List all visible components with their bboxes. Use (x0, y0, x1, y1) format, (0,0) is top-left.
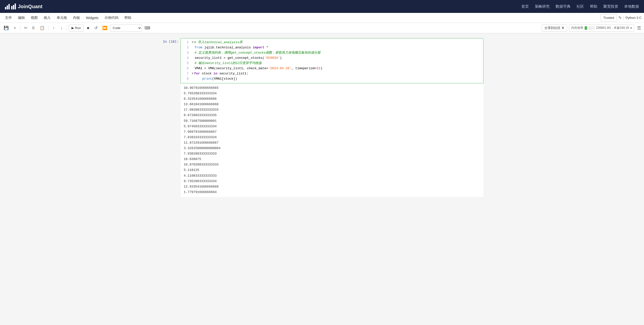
run-label: Run (75, 26, 81, 30)
nav-community[interactable]: 社区 (576, 4, 584, 9)
nav-local-data[interactable]: 本地数据 (624, 4, 639, 9)
toolbar: 💾 + ✂ ⎘ 📋 ↑ ↓ ▶ Run ■ ↺ ⏩ Code Markdown … (0, 23, 644, 33)
share-icon: ⬆ (562, 26, 564, 30)
paste-button[interactable]: 📋 (38, 24, 46, 31)
output-text: 10.907916666666665 5.765208333333334 6.3… (181, 83, 483, 197)
output-line-14: 18.036875 (184, 157, 480, 162)
nav-links: 首页 策略研究 数据字典 社区 帮助 聚宽投资 本地数据 (521, 4, 639, 9)
output-line-19: 12.933541666666668 (184, 184, 480, 190)
kernel-info: Python 3 C (626, 16, 642, 19)
top-navigation: JoinQuant 首页 策略研究 数据字典 社区 帮助 聚宽投资 本地数据 (0, 0, 644, 13)
menu-cell[interactable]: 单元格 (54, 15, 70, 21)
cut-button[interactable]: ✂ (22, 24, 29, 31)
save-button[interactable]: 💾 (2, 24, 10, 31)
logo[interactable]: JoinQuant (5, 3, 42, 9)
menu-edit[interactable]: 编辑 (16, 15, 27, 21)
code-line-3: ▼ # 定义股票池列表，调用get_concept_stocks函数，获取风力发… (192, 50, 480, 55)
output-line-4: 13.661041666666668 (184, 102, 480, 107)
restart-run-button[interactable]: ⏩ (100, 24, 109, 31)
logo-icon (5, 3, 16, 9)
menu-bar: 文件 编辑 视图 插入 单元格 内核 Widgets 示例代码 帮助 Trust… (0, 13, 644, 23)
cell-container: In [18]: 1 2 3 4 5 6 7 8 (161, 38, 483, 197)
output-line-12: 3.32625000000000004 (184, 146, 480, 151)
add-cell-button[interactable]: + (12, 24, 18, 31)
output-line-6: 8.672083333333335 (184, 113, 480, 118)
output-line-15: 16.070208333333333 (184, 162, 480, 167)
memory-dropdown-icon: ▾ (630, 26, 632, 30)
line-numbers: 1 2 3 4 5 6 7 8 (181, 39, 191, 82)
code-line-5: ▼ # 输出security_list1的12日变异平均线值 (192, 61, 480, 66)
output-line-18: 9.735208333333334 (184, 179, 480, 184)
code-cell[interactable]: 1 2 3 4 5 6 7 8 ▼ (180, 38, 483, 83)
cell-label: In [18]: (161, 38, 180, 43)
output-line-17: 4.110833333333333 (184, 173, 480, 179)
cell-wrapper: In [18]: 1 2 3 4 5 6 7 8 (161, 38, 483, 83)
output-line-20: 1.779791666666664 (184, 190, 480, 195)
output-line-8: 5.974583333333334 (184, 124, 480, 129)
menu-file[interactable]: 文件 (2, 15, 14, 21)
fold-arrow-7[interactable]: ▼ (192, 71, 194, 76)
edit-icon: ✎ (618, 15, 622, 20)
menu-kernel[interactable]: 内核 (70, 15, 82, 21)
output-line-11: 11.872291666666667 (184, 140, 480, 146)
run-icon: ▶ (72, 26, 74, 30)
list-button[interactable]: ☰ (636, 25, 642, 31)
output-line-3: 6.323541666666666 (184, 96, 480, 102)
notebook-body: In [18]: 1 2 3 4 5 6 7 8 (0, 33, 644, 325)
code-line-6: ▼ VMA1 = VMA(security_list1, check_date=… (192, 66, 480, 71)
nav-data-dict[interactable]: 数据字典 (556, 4, 570, 9)
toolbar-right: 分享到社区 ⬆ 内存使用 226M/1.0G，本篇194.19 ▾ ☰ (542, 24, 642, 31)
output-line-9: 7.909791666666667 (184, 129, 480, 135)
nav-home[interactable]: 首页 (521, 4, 529, 9)
share-label: 分享到社区 (544, 26, 560, 30)
separator-1 (20, 25, 20, 31)
memory-label: 内存使用 (571, 26, 583, 30)
cell-type-select[interactable]: Code Markdown Raw NBConvert (110, 24, 142, 31)
move-down-button[interactable]: ↓ (58, 24, 65, 31)
memory-fill (585, 26, 587, 30)
move-up-button[interactable]: ↑ (50, 24, 57, 31)
code-line-7: ▼ for stock in security_list1: (192, 71, 480, 76)
output-line-1: 10.907916666666665 (184, 85, 480, 91)
copy-button[interactable]: ⎘ (30, 24, 37, 31)
menu-insert[interactable]: 插入 (41, 15, 53, 21)
output-line-5: 17.092083333333333 (184, 107, 480, 113)
code-lines: ▼ # 导入technical_analysis库 ▼ from jqlib.t… (191, 39, 483, 82)
output-line-10: 7.838333333333334 (184, 135, 480, 140)
code-line-2: ▼ from jqlib.technical_analysis import * (192, 45, 480, 50)
logo-text: JoinQuant (18, 4, 42, 9)
menu-help[interactable]: 帮助 (122, 15, 134, 21)
menu-examples[interactable]: 示例代码 (102, 15, 121, 21)
code-line-1: ▼ # 导入technical_analysis库 (192, 40, 480, 45)
memory-progress-bar (585, 26, 594, 30)
nav-strategy[interactable]: 策略研究 (535, 4, 550, 9)
output-line-13: 7.930208333333333 (184, 151, 480, 157)
trusted-button[interactable]: Trusted (600, 14, 617, 21)
share-button[interactable]: 分享到社区 ⬆ (542, 24, 567, 31)
restart-button[interactable]: ↺ (92, 24, 100, 31)
nav-help[interactable]: 帮助 (590, 4, 597, 9)
nav-invest[interactable]: 聚宽投资 (603, 4, 618, 9)
output-line-16: 5.118125 (184, 167, 480, 173)
menu-view[interactable]: 视图 (28, 15, 40, 21)
output-area: 10.907916666666665 5.765208333333334 6.3… (180, 83, 483, 197)
memory-usage: 内存使用 226M/1.0G，本篇194.19 ▾ (569, 24, 634, 31)
output-line-7: 59.71687500000001 (184, 118, 480, 124)
notebook-content: In [18]: 1 2 3 4 5 6 7 8 (156, 38, 488, 197)
interrupt-button[interactable]: ■ (85, 24, 92, 31)
keyboard-shortcut-button[interactable]: ⌨ (143, 24, 152, 31)
fold-arrow-1[interactable]: ▼ (192, 40, 194, 45)
code-line-8: ▼ print (VMA1[stock]) (192, 76, 480, 82)
output-line-2: 5.765208333333334 (184, 91, 480, 96)
run-button[interactable]: ▶ Run (69, 24, 84, 31)
separator-3 (67, 25, 67, 31)
separator-2 (48, 25, 48, 31)
memory-value: 226M/1.0G，本篇194.19 (596, 26, 629, 30)
code-line-4: ▼ security_list1 = get_concept_stocks( '… (192, 55, 480, 61)
menu-widgets[interactable]: Widgets (84, 15, 101, 21)
code-area: 1 2 3 4 5 6 7 8 ▼ (181, 38, 483, 83)
